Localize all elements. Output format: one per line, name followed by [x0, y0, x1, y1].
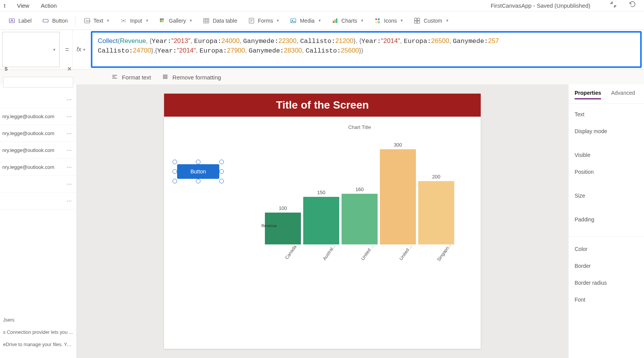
svg-rect-8: [162, 20, 164, 22]
bar-value-label: 100: [279, 205, 287, 211]
bar-value-label: 300: [394, 142, 402, 148]
svg-rect-17: [378, 18, 380, 20]
property-row[interactable]: Size: [568, 187, 644, 204]
chevron-down-icon: ▾: [361, 18, 363, 23]
more-icon[interactable]: ⋯: [67, 181, 72, 187]
chart-legend: Revenue: [259, 223, 279, 229]
list-item[interactable]: ⋯: [0, 176, 76, 193]
property-row[interactable]: Font: [568, 291, 644, 308]
chevron-down-icon: ▾: [83, 47, 85, 52]
list-item[interactable]: nry.legge@outlook.com⋯: [0, 142, 76, 159]
list-item[interactable]: ⋯: [0, 91, 76, 108]
insert-label-text: Label: [18, 18, 31, 24]
gallery-icon: [159, 17, 166, 24]
list-item-label: nry.legge@outlook.com: [2, 164, 54, 170]
menu-truncated[interactable]: t: [4, 2, 5, 9]
insert-custom[interactable]: Custom▾: [408, 15, 453, 26]
property-row[interactable]: Position: [568, 163, 644, 180]
insert-charts-text: Charts: [342, 18, 357, 24]
insert-forms[interactable]: Forms▾: [243, 15, 285, 26]
insert-datatable[interactable]: Data table: [197, 15, 243, 26]
bar-value-label: 200: [432, 174, 440, 180]
list-item[interactable]: nry.legge@outlook.com⋯: [0, 108, 76, 125]
input-icon: [120, 17, 127, 24]
property-row[interactable]: Border: [568, 257, 644, 274]
format-text-label: Format text: [122, 74, 151, 81]
left-search-input[interactable]: [3, 77, 73, 87]
property-row[interactable]: Display mode: [568, 123, 644, 140]
property-row[interactable]: Color: [568, 241, 644, 257]
svg-point-16: [375, 18, 377, 20]
more-icon[interactable]: ⋯: [67, 198, 72, 204]
insert-input-text: Input: [130, 18, 142, 24]
menu-view[interactable]: View: [17, 2, 29, 9]
properties-list: TextDisplay modeVisiblePositionSizePaddi…: [568, 104, 644, 310]
insert-media-text: Media: [300, 18, 314, 24]
datatable-icon: [203, 17, 210, 24]
left-panel: s × ⋯nry.legge@outlook.com⋯nry.legge@out…: [0, 84, 77, 358]
property-row[interactable]: Border radius: [568, 274, 644, 291]
insert-icons[interactable]: Icons▾: [369, 15, 408, 26]
insert-custom-text: Custom: [424, 18, 442, 24]
list-item-label: nry.legge@outlook.com: [2, 130, 54, 136]
insert-media[interactable]: Media▾: [284, 15, 326, 26]
chart-bar: 160: [342, 186, 378, 244]
bar-value-label: 160: [355, 186, 364, 192]
bar-rect: [380, 149, 416, 244]
tab-advanced[interactable]: Advanced: [611, 90, 635, 99]
remove-formatting-button[interactable]: Remove formatting: [162, 73, 221, 81]
undo-icon[interactable]: [629, 1, 636, 10]
more-icon[interactable]: ⋯: [67, 97, 72, 102]
canvas-area[interactable]: Title of the Screen Button Chart Title R…: [77, 84, 568, 358]
left-panel-list: ⋯nry.legge@outlook.com⋯nry.legge@outlook…: [0, 91, 76, 313]
app-screen[interactable]: Title of the Screen Button Chart Title R…: [164, 94, 481, 349]
insert-gallery-text: Gallery: [169, 18, 186, 24]
insert-input[interactable]: Input▾: [115, 15, 153, 26]
list-item-label: nry.legge@outlook.com: [2, 114, 54, 119]
svg-rect-5: [160, 18, 162, 20]
property-row[interactable]: Visible: [568, 147, 644, 163]
property-row[interactable]: Text: [568, 106, 644, 123]
label-icon: [8, 17, 15, 24]
more-icon[interactable]: ⋯: [67, 164, 72, 170]
formula-bar[interactable]: Collect(Revenue, {Year:"2013", Europa:24…: [91, 31, 642, 68]
insert-icons-text: Icons: [384, 18, 397, 24]
svg-rect-21: [415, 21, 417, 23]
menu-action[interactable]: Action: [41, 2, 57, 9]
chart-bar: 300: [380, 142, 416, 244]
svg-rect-15: [336, 18, 337, 23]
more-icon[interactable]: ⋯: [67, 130, 72, 136]
app-title: FirstCanvasApp - Saved (Unpublished): [491, 2, 590, 9]
list-item[interactable]: ⋯: [0, 193, 76, 210]
bar-rect: [418, 181, 454, 244]
charts-icon: [332, 17, 338, 24]
insert-gallery[interactable]: Gallery▾: [154, 15, 197, 26]
svg-rect-7: [160, 20, 162, 22]
svg-rect-19: [415, 18, 417, 20]
insert-button[interactable]: Button: [37, 15, 73, 26]
left-panel-title: s: [5, 65, 8, 72]
format-text-button[interactable]: Format text: [111, 73, 151, 81]
svg-rect-1: [43, 19, 49, 22]
list-item[interactable]: nry.legge@outlook.com⋯: [0, 125, 76, 142]
more-icon[interactable]: ⋯: [67, 147, 72, 153]
column-chart[interactable]: Chart Title Revenue 100150160300200 Cana…: [252, 124, 467, 252]
footer-line: eDrive to manage your files. Yo...: [3, 342, 73, 347]
left-panel-footer: Jsers s Connection provider lets you ...…: [0, 313, 76, 358]
list-item[interactable]: nry.legge@outlook.com⋯: [0, 159, 76, 176]
formula-text[interactable]: Collect(Revenue, {Year:"2013", Europa:24…: [98, 36, 635, 56]
insert-text[interactable]: Abc Text▾: [78, 15, 115, 26]
svg-rect-9: [204, 18, 209, 23]
preview-icon[interactable]: [610, 1, 617, 10]
insert-label[interactable]: Label: [3, 15, 37, 26]
canvas-button-control[interactable]: Button: [177, 164, 219, 179]
svg-rect-20: [417, 18, 420, 20]
chevron-down-icon: ▾: [107, 18, 109, 23]
insert-charts[interactable]: Charts▾: [326, 15, 369, 26]
property-row[interactable]: Padding: [568, 211, 644, 228]
properties-panel: Properties Advanced TextDisplay modeVisi…: [568, 84, 644, 358]
more-icon[interactable]: ⋯: [67, 114, 72, 119]
bar-rect: [342, 194, 378, 244]
tab-properties[interactable]: Properties: [575, 90, 601, 99]
close-icon[interactable]: ×: [67, 64, 72, 73]
